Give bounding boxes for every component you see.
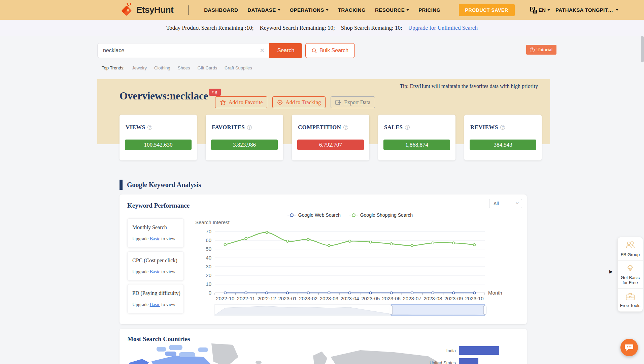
upgrade-hint: Upgrade Basic to view — [132, 269, 175, 275]
translate-icon: A文 — [530, 7, 537, 13]
card-title: Keyword Performance — [127, 202, 190, 209]
add-to-favorite-button[interactable]: Add to Favorite — [215, 96, 267, 108]
trend-clothing[interactable]: Clothing — [154, 65, 170, 70]
nav-dashboard[interactable]: DASHBOARD — [204, 7, 238, 13]
metric-title: CPC (Cost per click) — [132, 257, 177, 264]
language-selector[interactable]: A文 EN — [530, 7, 550, 13]
stat-card-sales: SALES? 1,868,874 — [378, 115, 455, 160]
gem-icon — [625, 264, 635, 273]
stat-card-competition: COMPETITION? 6,792,707 — [292, 115, 369, 160]
question-icon: ? — [530, 48, 535, 52]
trend-shoes[interactable]: Shoes — [178, 65, 190, 70]
target-icon — [277, 99, 283, 105]
upgrade-link[interactable]: Upgrade for Unlimited Search — [408, 25, 478, 31]
line-marker-icon — [349, 215, 358, 216]
etsyhunt-logo[interactable]: EtsyHunt — [119, 3, 173, 18]
select-value: All — [494, 201, 499, 206]
country-row-united-states: United States — [415, 358, 523, 364]
time-range-select[interactable]: All ˅ — [489, 199, 522, 208]
search-button[interactable]: Search — [269, 43, 302, 58]
svg-text:2023-01: 2023-01 — [278, 296, 297, 301]
nav-database[interactable]: DATABASE — [247, 7, 280, 13]
svg-text:2022-11: 2022-11 — [237, 296, 255, 301]
basic-plan-link[interactable]: Basic — [150, 236, 160, 241]
svg-text:2022-10: 2022-10 — [216, 296, 234, 301]
svg-text:2022-12: 2022-12 — [258, 296, 276, 301]
nav-pricing[interactable]: PRICING — [418, 7, 440, 13]
trend-craft-supplies[interactable]: Craft Supplies — [225, 65, 252, 70]
stat-value: 3,823,986 — [211, 140, 278, 150]
stat-value: 384,543 — [470, 140, 536, 150]
svg-text:2023-03: 2023-03 — [320, 296, 338, 301]
chevron-down-icon — [278, 9, 280, 11]
stat-card-reviews: REVIEWS? 384,543 — [464, 115, 542, 160]
collapse-panel-arrow-icon[interactable]: ▶ — [609, 269, 613, 274]
metric-title: PD (Paying difficulty) — [132, 290, 180, 296]
free-tools-button[interactable]: Free Tools — [618, 289, 643, 311]
bulk-search-button[interactable]: Bulk Search — [305, 43, 355, 58]
basic-plan-link[interactable]: Basic — [150, 269, 160, 274]
country-label: India — [415, 348, 459, 353]
trend-jewelry[interactable]: Jewelry — [132, 65, 147, 70]
page-scrollbar[interactable] — [641, 36, 644, 62]
stat-card-views: VIEWS? 100,542,630 — [120, 115, 197, 160]
brand-name: EtsyHunt — [136, 5, 173, 15]
help-icon[interactable]: ? — [405, 125, 410, 130]
nav-tracking[interactable]: TRACKING — [338, 7, 366, 13]
metric-title: Monthly Search — [132, 224, 167, 231]
favorites-tip: Tip: EtsyHunt will maintain the favorite… — [400, 83, 538, 89]
basic-plan-link[interactable]: Basic — [150, 302, 160, 307]
stat-value: 6,792,707 — [297, 140, 364, 150]
section-title: Google Keyword Analysis — [127, 181, 201, 189]
tutorial-button[interactable]: ? Tutorial — [526, 45, 556, 55]
stat-label: VIEWS — [126, 124, 145, 131]
search-input[interactable] — [97, 43, 269, 58]
svg-text:40: 40 — [206, 255, 211, 261]
etsyhunt-logo-icon — [119, 3, 134, 18]
chevron-down-icon — [616, 9, 618, 11]
help-icon[interactable]: ? — [147, 125, 152, 130]
svg-text:60: 60 — [206, 237, 211, 243]
keyword-search-quota: Keyword Search Remaining: 10; — [260, 25, 335, 31]
nav-resource[interactable]: RESOURCE — [375, 7, 409, 13]
export-icon — [335, 100, 341, 105]
user-menu[interactable]: PATHAKSA TONGPIT… — [555, 7, 618, 13]
chevron-down-icon — [326, 9, 329, 11]
svg-text:2023-08: 2023-08 — [423, 296, 442, 301]
stat-label: SALES — [384, 124, 403, 131]
legend-google-web-search[interactable]: Google Web Search — [287, 212, 341, 218]
stat-card-favorites: FAVORITES? 3,823,986 — [206, 115, 283, 160]
datazoom-selection[interactable] — [391, 305, 485, 316]
trend-gift-cards[interactable]: Gift Cards — [198, 65, 217, 70]
fb-group-button[interactable]: FB Group — [618, 237, 643, 261]
chat-widget-button[interactable] — [620, 339, 638, 356]
get-basic-free-button[interactable]: Get Basic for Free — [618, 261, 643, 289]
line-marker-icon — [287, 215, 296, 216]
legend-google-shopping-search[interactable]: Google Shopping Search — [349, 212, 413, 218]
country-label: United States — [415, 360, 459, 364]
help-icon[interactable]: ? — [343, 125, 348, 130]
main-nav: DASHBOARD DATABASE OPERATIONS TRACKING R… — [204, 7, 440, 13]
country-bar-chart: India United States — [415, 346, 523, 364]
help-icon[interactable]: ? — [247, 125, 252, 130]
nav-operations[interactable]: OPERATIONS — [290, 7, 329, 13]
stat-label: REVIEWS — [470, 124, 498, 131]
product-saver-button[interactable]: PRODUCT SAVER — [459, 4, 515, 16]
svg-text:0: 0 — [209, 290, 211, 296]
svg-text:Month: Month — [488, 290, 502, 296]
datazoom-handle-right[interactable] — [483, 306, 486, 314]
datazoom-handle-left[interactable] — [390, 306, 393, 314]
world-map — [125, 343, 444, 364]
help-icon[interactable]: ? — [500, 125, 505, 130]
most-search-countries-card: Most Search Countries — [120, 329, 527, 364]
country-bar — [459, 358, 478, 364]
top-trends-label: Top Trends: — [102, 65, 125, 70]
keyword-search-bar: ✕ Search Bulk Search — [97, 43, 355, 58]
product-search-quota: Today Product Search Remaining :10; — [166, 25, 253, 31]
search-interest-chart: Google Web Search Google Shopping Search… — [195, 211, 505, 321]
clear-input-icon[interactable]: ✕ — [260, 47, 265, 54]
section-accent-bar — [120, 180, 123, 190]
add-to-tracking-button[interactable]: Add to Tracking — [272, 96, 326, 108]
export-data-button[interactable]: Export Data — [331, 96, 375, 108]
stat-label: FAVORITES — [212, 124, 245, 131]
